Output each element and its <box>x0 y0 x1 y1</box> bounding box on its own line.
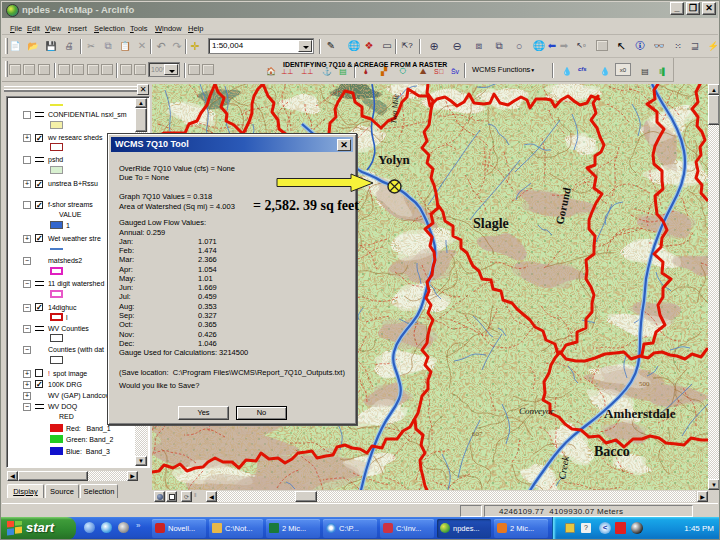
svg-text:Bacco: Bacco <box>594 444 630 459</box>
svg-text:Conveyor: Conveyor <box>519 406 554 416</box>
svg-text:500: 500 <box>639 380 650 388</box>
svg-text:Yolyn: Yolyn <box>378 152 411 167</box>
svg-text:Slagle: Slagle <box>473 216 509 231</box>
svg-text:Amherstdale: Amherstdale <box>604 406 676 421</box>
svg-text:607: 607 <box>472 430 483 438</box>
